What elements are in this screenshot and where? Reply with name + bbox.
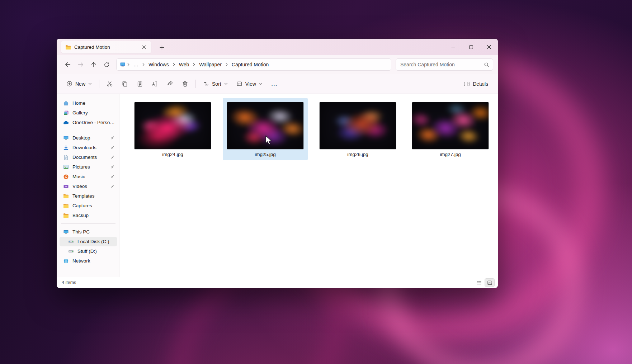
file-item-img25[interactable]: img25.jpg (223, 98, 308, 160)
sidebar-item-music[interactable]: Music (60, 172, 117, 181)
up-button[interactable] (88, 58, 100, 71)
sort-button[interactable]: Sort (199, 77, 232, 90)
new-tab-button[interactable] (157, 43, 166, 52)
details-button[interactable]: Details (459, 77, 492, 90)
refresh-button[interactable] (100, 58, 113, 71)
copy-button[interactable] (118, 77, 132, 90)
details-button-label: Details (473, 81, 488, 87)
sidebar-item-label: Home (72, 100, 85, 106)
sidebar-item-documents[interactable]: Documents (60, 152, 117, 162)
more-options-button[interactable]: … (267, 77, 282, 90)
sidebar-item-label: Music (72, 174, 85, 179)
sidebar-item-label: Templates (72, 193, 95, 199)
sidebar-item-label: Gallery (72, 110, 88, 115)
file-item-img24[interactable]: img24.jpg (130, 98, 215, 160)
view-button[interactable]: View (232, 77, 267, 90)
up-arrow-icon (90, 61, 97, 68)
pin-icon (110, 165, 115, 169)
tab-close-button[interactable] (139, 43, 148, 52)
view-toggle-group (474, 279, 494, 287)
chevron-right-icon (225, 63, 229, 66)
details-panel-icon (463, 81, 470, 87)
sort-button-label: Sort (212, 81, 221, 87)
explorer-tab[interactable]: Captured Motion (61, 41, 151, 53)
share-button[interactable] (163, 77, 177, 90)
desktop-monitor-icon (119, 62, 126, 67)
chevron-right-icon (126, 63, 131, 66)
this-pc-icon (63, 229, 69, 235)
file-thumbnail[interactable] (412, 102, 489, 149)
sidebar-item-stuff-d[interactable]: Stuff (D:) (60, 246, 117, 256)
sidebar-item-label: This PC (72, 229, 90, 235)
new-button[interactable]: New (62, 77, 96, 90)
back-button[interactable] (62, 58, 74, 71)
sidebar-item-pictures[interactable]: Pictures (60, 162, 117, 172)
pin-icon (110, 174, 115, 179)
toolbar-divider (99, 80, 99, 88)
share-icon (167, 81, 173, 87)
search-icon[interactable] (484, 62, 489, 67)
chevron-right-icon (141, 63, 146, 66)
desktop-wallpaper: Captured Motion (0, 0, 632, 364)
breadcrumb-windows[interactable]: Windows (146, 60, 171, 69)
forward-button[interactable] (75, 58, 87, 71)
file-item-img26[interactable]: img26.jpg (315, 98, 400, 160)
details-view-button[interactable] (474, 279, 484, 287)
sidebar-item-desktop[interactable]: Desktop (60, 133, 117, 143)
chevron-down-icon (224, 82, 228, 86)
sidebar-item-templates[interactable]: Templates (60, 191, 117, 201)
file-thumbnail[interactable] (320, 102, 396, 149)
sidebar-item-captures[interactable]: Captures (60, 201, 117, 211)
paste-icon (137, 81, 143, 87)
sidebar-item-gallery[interactable]: Gallery (60, 108, 117, 118)
thumbnail-art (135, 102, 211, 149)
navigation-bar: … Windows Web Wallpaper Captured Motion (57, 55, 498, 74)
content-area: Home Gallery OneDrive - Personal Desktop (57, 94, 498, 277)
file-list-area[interactable]: img24.jpg img25.jpg img26.jpg img27.jpg (119, 94, 498, 277)
address-bar[interactable]: … Windows Web Wallpaper Captured Motion (116, 58, 391, 71)
sidebar-item-network[interactable]: Network (60, 256, 117, 266)
sidebar-item-label: Pictures (72, 164, 90, 170)
delete-icon (182, 81, 188, 87)
close-window-button[interactable] (480, 39, 498, 55)
file-name: img25.jpg (255, 152, 276, 157)
title-bar: Captured Motion (57, 39, 498, 55)
file-item-img27[interactable]: img27.jpg (408, 98, 493, 160)
pin-icon (110, 145, 115, 150)
cut-button[interactable] (103, 77, 117, 90)
breadcrumb-web[interactable]: Web (176, 60, 192, 69)
thumbnail-art (412, 102, 489, 149)
sidebar-item-label: OneDrive - Personal (72, 120, 115, 125)
search-input[interactable] (400, 62, 484, 67)
network-globe-icon (63, 258, 69, 264)
minimize-button[interactable] (444, 39, 462, 55)
sidebar-item-home[interactable]: Home (60, 98, 117, 108)
view-icon (236, 81, 242, 87)
breadcrumb-wallpaper[interactable]: Wallpaper (197, 60, 224, 69)
document-icon (63, 155, 69, 160)
breadcrumb-captured-motion[interactable]: Captured Motion (229, 60, 272, 69)
file-thumbnail[interactable] (135, 102, 211, 149)
sidebar-item-downloads[interactable]: Downloads (60, 143, 117, 152)
sidebar-item-backup[interactable]: Backup (60, 211, 117, 220)
sidebar-item-videos[interactable]: Videos (60, 181, 117, 191)
large-thumbnails-view-button[interactable] (485, 279, 494, 287)
breadcrumb-ellipsis[interactable]: … (131, 60, 141, 69)
pin-icon (110, 136, 115, 140)
maximize-button[interactable] (462, 39, 480, 55)
rename-button[interactable] (148, 77, 162, 90)
sidebar-item-local-disk-c[interactable]: Local Disk (C:) (60, 237, 117, 246)
new-button-label: New (75, 81, 85, 87)
command-toolbar: New Sort (57, 74, 498, 94)
delete-button[interactable] (178, 77, 192, 90)
sidebar-item-onedrive[interactable]: OneDrive - Personal (60, 118, 117, 127)
file-name: img27.jpg (440, 152, 461, 157)
folder-icon (63, 203, 69, 209)
paste-button[interactable] (133, 77, 147, 90)
hard-drive-icon (68, 239, 74, 245)
download-arrow-icon (63, 145, 69, 151)
file-thumbnail[interactable] (227, 102, 303, 149)
pin-icon (110, 155, 115, 160)
hard-drive-icon (68, 249, 74, 254)
sidebar-item-this-pc[interactable]: This PC (60, 227, 117, 237)
